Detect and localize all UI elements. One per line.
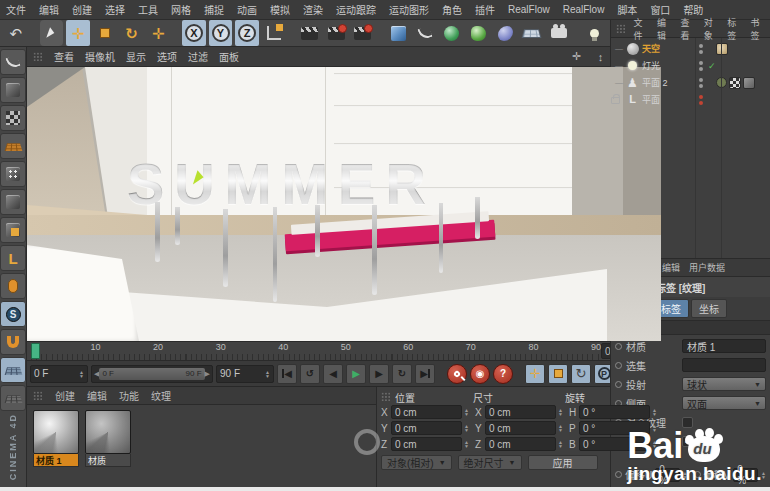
add-deformer-button[interactable] (493, 20, 517, 46)
anim-dot-icon[interactable] (615, 343, 622, 350)
material-menu-item[interactable]: 编辑 (87, 388, 107, 403)
coordinate-system-button[interactable] (262, 20, 286, 46)
range-right-arrow-icon[interactable]: ▶ (205, 370, 210, 378)
next-frame-button[interactable]: ▶ (369, 364, 389, 384)
magnet-tool-button[interactable] (0, 329, 26, 355)
menu-item[interactable]: 文件 (6, 2, 26, 17)
next-key-button[interactable]: ↻ (392, 364, 412, 384)
apply-button[interactable]: 应用 (528, 455, 598, 470)
polygons-mode-button[interactable] (0, 217, 26, 243)
goto-start-button[interactable]: ◀ (277, 364, 297, 384)
viewport-menu-item[interactable]: 查看 (54, 49, 74, 64)
render-settings-button[interactable] (351, 20, 375, 46)
material-link-field[interactable]: 材质 1 (682, 339, 766, 353)
projection-dropdown[interactable]: 球状 ▼ (682, 377, 766, 391)
menu-item[interactable]: 工具 (138, 2, 158, 17)
play-button[interactable]: ▶ (346, 364, 366, 384)
viewport-menu-item[interactable]: 面板 (219, 49, 239, 64)
add-subdivision-surface-button[interactable] (440, 20, 464, 46)
position-z-field[interactable]: 0 cm (391, 437, 462, 451)
visibility-dots-icon[interactable] (697, 95, 705, 105)
model-mode-button[interactable] (0, 77, 26, 103)
add-camera-button[interactable] (547, 20, 571, 46)
spinner-icon[interactable]: ▲▼ (79, 370, 84, 378)
add-light-button[interactable] (582, 20, 606, 46)
material-item[interactable]: 材质 1 (33, 410, 79, 467)
viewport-menu-item[interactable]: 过滤 (188, 49, 208, 64)
axis-z-lock-button[interactable]: Z (235, 20, 259, 46)
axis-x-lock-button[interactable]: X (182, 20, 206, 46)
attribute-menu-item[interactable]: 用户数据 (689, 261, 725, 274)
expand-icon[interactable]: — (615, 44, 623, 53)
make-editable-button[interactable] (0, 49, 26, 75)
panel-grip-icon[interactable] (381, 392, 391, 402)
spinner-icon[interactable]: ▲▼ (464, 424, 469, 432)
points-mode-button[interactable] (0, 161, 26, 187)
material-menu-item[interactable]: 创建 (55, 388, 75, 403)
menu-item[interactable]: 插件 (475, 2, 495, 17)
render-view-button[interactable] (298, 20, 322, 46)
record-position-toggle[interactable]: ✛ (525, 364, 545, 384)
object-row-plane2[interactable]: — ♟ 平面 2 (611, 74, 770, 91)
enabled-check-icon[interactable]: ✓ (708, 61, 718, 71)
add-spline-button[interactable] (413, 20, 437, 46)
material-thumbnail[interactable] (33, 410, 79, 454)
pan-view-icon[interactable]: ✛ (570, 50, 583, 63)
side-dropdown[interactable]: 双面 ▼ (682, 396, 766, 410)
render-picture-viewer-button[interactable] (324, 20, 348, 46)
visibility-dots-icon[interactable] (697, 44, 705, 54)
menu-item[interactable]: 编辑 (39, 2, 59, 17)
live-selection-button[interactable] (40, 20, 64, 46)
enable-axis-button[interactable] (0, 273, 26, 299)
edges-mode-button[interactable] (0, 189, 26, 215)
enable-snap-button[interactable]: S (0, 301, 26, 327)
texture-tag-icon[interactable] (729, 77, 741, 89)
size-mode-dropdown[interactable]: 绝对尺寸▼ (458, 455, 522, 470)
axis-y-lock-button[interactable]: Y (209, 20, 233, 46)
lock-workplane-button[interactable] (0, 357, 26, 383)
spinner-icon[interactable]: ▲▼ (464, 440, 469, 448)
material-name[interactable]: 材质 1 (33, 454, 79, 467)
rotation-h-field[interactable]: 0 ° (579, 405, 650, 419)
material-item[interactable]: 材质 (85, 410, 131, 467)
menu-item[interactable]: 捕捉 (204, 2, 224, 17)
record-rotation-toggle[interactable]: ↻ (571, 364, 591, 384)
current-frame-field[interactable]: 0 F ▲▼ (30, 365, 88, 383)
menu-item[interactable]: 模拟 (270, 2, 290, 17)
panel-grip-icon[interactable] (33, 52, 43, 62)
record-keyframe-button[interactable] (447, 364, 467, 384)
viewport-menu-item[interactable]: 选项 (157, 49, 177, 64)
attribute-menu-item[interactable]: 编辑 (662, 261, 680, 274)
viewport-canvas[interactable]: SUMMER (27, 67, 661, 341)
size-z-field[interactable]: 0 cm (485, 437, 556, 451)
menu-item[interactable]: 创建 (72, 2, 92, 17)
material-name[interactable]: 材质 (85, 454, 131, 467)
scale-tool-button[interactable] (93, 20, 117, 46)
rotate-tool-button[interactable]: ↻ (120, 20, 144, 46)
spinner-icon[interactable]: ▲▼ (558, 408, 563, 416)
object-name[interactable]: 平面 (642, 93, 688, 106)
frame-range-slider[interactable]: ◀ 0 F 90 F ▶ (91, 365, 213, 383)
texture-tag-icon[interactable] (716, 43, 728, 55)
size-x-field[interactable]: 0 cm (485, 405, 556, 419)
object-row-plane[interactable]: L 平面 (611, 91, 770, 108)
menu-item[interactable]: 渲染 (303, 2, 323, 17)
add-mograph-button[interactable] (467, 20, 491, 46)
material-thumbnail[interactable] (85, 410, 131, 454)
prev-key-button[interactable]: ↺ (300, 364, 320, 384)
spinner-icon[interactable]: ▲▼ (558, 424, 563, 432)
menu-item[interactable]: 角色 (442, 2, 462, 17)
undo-button[interactable]: ↶ (4, 20, 28, 46)
viewport-menu-item[interactable]: 显示 (126, 49, 146, 64)
autokey-button[interactable]: ◉ (470, 364, 490, 384)
mix-textures-checkbox[interactable] (682, 417, 693, 428)
menu-item[interactable]: 动画 (237, 2, 257, 17)
spinner-icon[interactable]: ▲▼ (652, 408, 657, 416)
expand-icon[interactable]: — (615, 61, 623, 70)
expand-icon[interactable]: — (615, 78, 623, 87)
object-name[interactable]: 平面 2 (642, 76, 688, 89)
spinner-icon[interactable]: ▲▼ (265, 370, 270, 378)
visibility-dots-icon[interactable] (697, 78, 705, 88)
viewport-menu-item[interactable]: 摄像机 (85, 49, 115, 64)
prev-frame-button[interactable]: ◀ (323, 364, 343, 384)
